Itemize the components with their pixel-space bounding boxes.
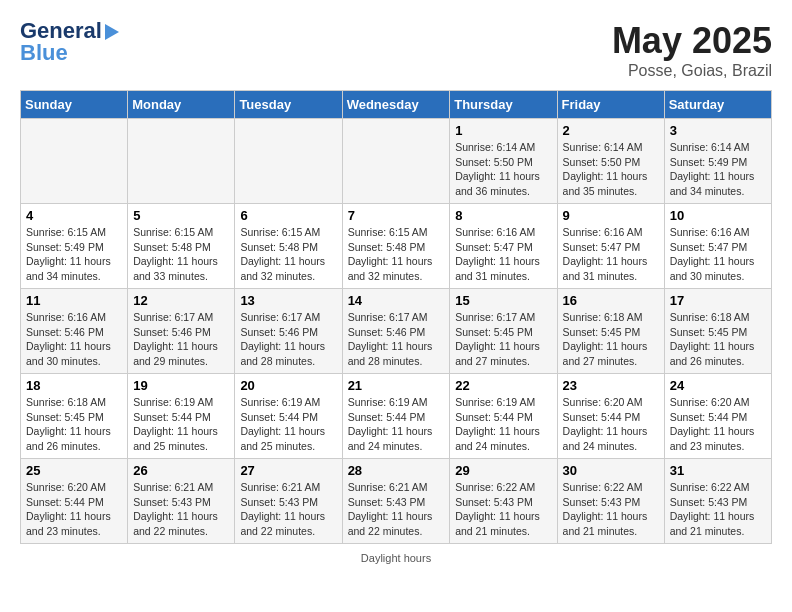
day-number: 9 (563, 208, 659, 223)
calendar-cell: 4Sunrise: 6:15 AM Sunset: 5:49 PM Daylig… (21, 204, 128, 289)
calendar-cell: 27Sunrise: 6:21 AM Sunset: 5:43 PM Dayli… (235, 459, 342, 544)
day-number: 26 (133, 463, 229, 478)
day-number: 11 (26, 293, 122, 308)
day-detail: Sunrise: 6:20 AM Sunset: 5:44 PM Dayligh… (26, 480, 122, 539)
calendar-cell: 21Sunrise: 6:19 AM Sunset: 5:44 PM Dayli… (342, 374, 450, 459)
week-row-2: 4Sunrise: 6:15 AM Sunset: 5:49 PM Daylig… (21, 204, 772, 289)
calendar-cell: 18Sunrise: 6:18 AM Sunset: 5:45 PM Dayli… (21, 374, 128, 459)
day-number: 5 (133, 208, 229, 223)
day-number: 17 (670, 293, 766, 308)
header-day-monday: Monday (128, 91, 235, 119)
calendar-body: 1Sunrise: 6:14 AM Sunset: 5:50 PM Daylig… (21, 119, 772, 544)
logo: General Blue (20, 20, 119, 64)
title-block: May 2025 Posse, Goias, Brazil (612, 20, 772, 80)
day-number: 21 (348, 378, 445, 393)
header-day-saturday: Saturday (664, 91, 771, 119)
calendar-cell (128, 119, 235, 204)
day-number: 3 (670, 123, 766, 138)
calendar-cell: 14Sunrise: 6:17 AM Sunset: 5:46 PM Dayli… (342, 289, 450, 374)
day-number: 28 (348, 463, 445, 478)
calendar-cell: 7Sunrise: 6:15 AM Sunset: 5:48 PM Daylig… (342, 204, 450, 289)
day-number: 18 (26, 378, 122, 393)
calendar-cell: 5Sunrise: 6:15 AM Sunset: 5:48 PM Daylig… (128, 204, 235, 289)
day-detail: Sunrise: 6:15 AM Sunset: 5:48 PM Dayligh… (348, 225, 445, 284)
week-row-3: 11Sunrise: 6:16 AM Sunset: 5:46 PM Dayli… (21, 289, 772, 374)
calendar-location: Posse, Goias, Brazil (612, 62, 772, 80)
day-detail: Sunrise: 6:17 AM Sunset: 5:46 PM Dayligh… (348, 310, 445, 369)
day-number: 22 (455, 378, 551, 393)
calendar-cell: 11Sunrise: 6:16 AM Sunset: 5:46 PM Dayli… (21, 289, 128, 374)
calendar-cell: 30Sunrise: 6:22 AM Sunset: 5:43 PM Dayli… (557, 459, 664, 544)
week-row-1: 1Sunrise: 6:14 AM Sunset: 5:50 PM Daylig… (21, 119, 772, 204)
day-number: 31 (670, 463, 766, 478)
calendar-cell: 12Sunrise: 6:17 AM Sunset: 5:46 PM Dayli… (128, 289, 235, 374)
day-detail: Sunrise: 6:14 AM Sunset: 5:50 PM Dayligh… (563, 140, 659, 199)
day-detail: Sunrise: 6:15 AM Sunset: 5:49 PM Dayligh… (26, 225, 122, 284)
day-detail: Sunrise: 6:21 AM Sunset: 5:43 PM Dayligh… (133, 480, 229, 539)
calendar-footer: Daylight hours (20, 552, 772, 564)
calendar-cell: 25Sunrise: 6:20 AM Sunset: 5:44 PM Dayli… (21, 459, 128, 544)
day-number: 16 (563, 293, 659, 308)
day-number: 15 (455, 293, 551, 308)
day-detail: Sunrise: 6:19 AM Sunset: 5:44 PM Dayligh… (455, 395, 551, 454)
calendar-cell: 13Sunrise: 6:17 AM Sunset: 5:46 PM Dayli… (235, 289, 342, 374)
day-detail: Sunrise: 6:22 AM Sunset: 5:43 PM Dayligh… (563, 480, 659, 539)
day-number: 27 (240, 463, 336, 478)
day-number: 1 (455, 123, 551, 138)
day-detail: Sunrise: 6:17 AM Sunset: 5:46 PM Dayligh… (240, 310, 336, 369)
day-detail: Sunrise: 6:16 AM Sunset: 5:47 PM Dayligh… (670, 225, 766, 284)
calendar-cell: 24Sunrise: 6:20 AM Sunset: 5:44 PM Dayli… (664, 374, 771, 459)
day-number: 12 (133, 293, 229, 308)
header-row: SundayMondayTuesdayWednesdayThursdayFrid… (21, 91, 772, 119)
calendar-cell: 20Sunrise: 6:19 AM Sunset: 5:44 PM Dayli… (235, 374, 342, 459)
day-detail: Sunrise: 6:18 AM Sunset: 5:45 PM Dayligh… (26, 395, 122, 454)
day-number: 29 (455, 463, 551, 478)
day-detail: Sunrise: 6:21 AM Sunset: 5:43 PM Dayligh… (240, 480, 336, 539)
calendar-cell: 29Sunrise: 6:22 AM Sunset: 5:43 PM Dayli… (450, 459, 557, 544)
calendar-cell: 31Sunrise: 6:22 AM Sunset: 5:43 PM Dayli… (664, 459, 771, 544)
calendar-cell: 1Sunrise: 6:14 AM Sunset: 5:50 PM Daylig… (450, 119, 557, 204)
day-number: 19 (133, 378, 229, 393)
calendar-cell: 22Sunrise: 6:19 AM Sunset: 5:44 PM Dayli… (450, 374, 557, 459)
calendar-cell: 17Sunrise: 6:18 AM Sunset: 5:45 PM Dayli… (664, 289, 771, 374)
header-day-sunday: Sunday (21, 91, 128, 119)
day-detail: Sunrise: 6:20 AM Sunset: 5:44 PM Dayligh… (670, 395, 766, 454)
day-detail: Sunrise: 6:19 AM Sunset: 5:44 PM Dayligh… (348, 395, 445, 454)
day-number: 8 (455, 208, 551, 223)
day-detail: Sunrise: 6:18 AM Sunset: 5:45 PM Dayligh… (670, 310, 766, 369)
calendar-cell: 10Sunrise: 6:16 AM Sunset: 5:47 PM Dayli… (664, 204, 771, 289)
week-row-5: 25Sunrise: 6:20 AM Sunset: 5:44 PM Dayli… (21, 459, 772, 544)
calendar-cell: 28Sunrise: 6:21 AM Sunset: 5:43 PM Dayli… (342, 459, 450, 544)
calendar-cell: 15Sunrise: 6:17 AM Sunset: 5:45 PM Dayli… (450, 289, 557, 374)
day-number: 10 (670, 208, 766, 223)
logo-text: General (20, 20, 102, 42)
day-number: 14 (348, 293, 445, 308)
calendar-cell: 6Sunrise: 6:15 AM Sunset: 5:48 PM Daylig… (235, 204, 342, 289)
day-number: 13 (240, 293, 336, 308)
day-detail: Sunrise: 6:14 AM Sunset: 5:49 PM Dayligh… (670, 140, 766, 199)
calendar-cell: 23Sunrise: 6:20 AM Sunset: 5:44 PM Dayli… (557, 374, 664, 459)
calendar-cell: 2Sunrise: 6:14 AM Sunset: 5:50 PM Daylig… (557, 119, 664, 204)
day-number: 23 (563, 378, 659, 393)
logo-arrow-icon (105, 24, 119, 40)
header-day-tuesday: Tuesday (235, 91, 342, 119)
day-detail: Sunrise: 6:18 AM Sunset: 5:45 PM Dayligh… (563, 310, 659, 369)
header-day-friday: Friday (557, 91, 664, 119)
calendar-cell: 8Sunrise: 6:16 AM Sunset: 5:47 PM Daylig… (450, 204, 557, 289)
footer-text: Daylight hours (361, 552, 431, 564)
day-detail: Sunrise: 6:19 AM Sunset: 5:44 PM Dayligh… (133, 395, 229, 454)
day-detail: Sunrise: 6:17 AM Sunset: 5:45 PM Dayligh… (455, 310, 551, 369)
calendar-cell (235, 119, 342, 204)
day-detail: Sunrise: 6:22 AM Sunset: 5:43 PM Dayligh… (670, 480, 766, 539)
calendar-header: SundayMondayTuesdayWednesdayThursdayFrid… (21, 91, 772, 119)
day-detail: Sunrise: 6:17 AM Sunset: 5:46 PM Dayligh… (133, 310, 229, 369)
calendar-cell: 3Sunrise: 6:14 AM Sunset: 5:49 PM Daylig… (664, 119, 771, 204)
calendar-cell (342, 119, 450, 204)
day-detail: Sunrise: 6:16 AM Sunset: 5:47 PM Dayligh… (563, 225, 659, 284)
day-number: 30 (563, 463, 659, 478)
calendar-cell: 9Sunrise: 6:16 AM Sunset: 5:47 PM Daylig… (557, 204, 664, 289)
logo-blue-text: Blue (20, 42, 119, 64)
calendar-table: SundayMondayTuesdayWednesdayThursdayFrid… (20, 90, 772, 544)
calendar-cell: 26Sunrise: 6:21 AM Sunset: 5:43 PM Dayli… (128, 459, 235, 544)
week-row-4: 18Sunrise: 6:18 AM Sunset: 5:45 PM Dayli… (21, 374, 772, 459)
